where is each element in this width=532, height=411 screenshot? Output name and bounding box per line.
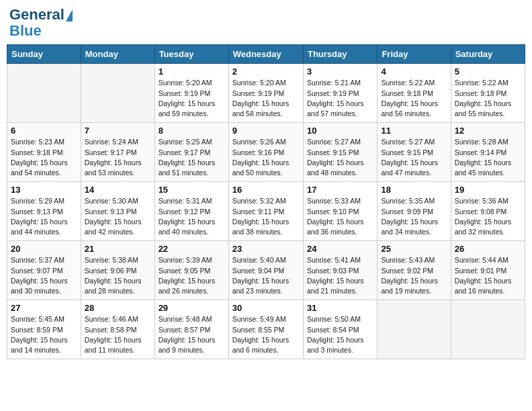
calendar-day-cell: 5Sunrise: 5:22 AMSunset: 9:18 PMDaylight… — [451, 64, 525, 123]
logo-blue-text: Blue — [9, 22, 42, 39]
logo-general-text: General — [9, 6, 64, 23]
day-number: 8 — [159, 126, 225, 136]
day-number: 26 — [455, 244, 521, 254]
calendar-day-cell — [7, 64, 81, 123]
day-number: 14 — [85, 185, 151, 195]
day-number: 4 — [381, 66, 447, 77]
day-detail: Sunrise: 5:48 AMSunset: 8:57 PMDaylight:… — [159, 314, 225, 355]
day-number: 20 — [11, 244, 77, 254]
calendar-week-row: 13Sunrise: 5:29 AMSunset: 9:13 PMDayligh… — [7, 182, 525, 241]
calendar-day-cell: 20Sunrise: 5:37 AMSunset: 9:07 PMDayligh… — [7, 241, 81, 300]
day-number: 2 — [232, 66, 300, 77]
day-number: 24 — [307, 244, 373, 254]
calendar-day-cell: 28Sunrise: 5:46 AMSunset: 8:58 PMDayligh… — [81, 300, 154, 359]
day-number: 6 — [11, 126, 77, 136]
day-detail: Sunrise: 5:33 AMSunset: 9:10 PMDaylight:… — [307, 196, 373, 237]
calendar-day-cell: 14Sunrise: 5:30 AMSunset: 9:13 PMDayligh… — [81, 182, 154, 241]
day-number: 22 — [159, 244, 225, 254]
calendar-day-cell: 29Sunrise: 5:48 AMSunset: 8:57 PMDayligh… — [154, 300, 228, 359]
day-number: 9 — [232, 126, 300, 136]
day-of-week-header: Friday — [378, 45, 451, 64]
calendar-day-cell: 27Sunrise: 5:45 AMSunset: 8:59 PMDayligh… — [7, 300, 81, 359]
calendar-day-cell: 13Sunrise: 5:29 AMSunset: 9:13 PMDayligh… — [7, 182, 81, 241]
calendar-day-cell: 23Sunrise: 5:40 AMSunset: 9:04 PMDayligh… — [228, 241, 303, 300]
day-detail: Sunrise: 5:20 AMSunset: 9:19 PMDaylight:… — [159, 78, 225, 119]
day-number: 16 — [232, 185, 300, 195]
calendar-day-cell: 10Sunrise: 5:27 AMSunset: 9:15 PMDayligh… — [303, 123, 377, 182]
calendar-day-cell: 11Sunrise: 5:27 AMSunset: 9:15 PMDayligh… — [378, 123, 451, 182]
day-detail: Sunrise: 5:27 AMSunset: 9:15 PMDaylight:… — [307, 137, 373, 178]
day-number: 3 — [307, 66, 373, 77]
calendar-week-row: 1Sunrise: 5:20 AMSunset: 9:19 PMDaylight… — [7, 64, 525, 123]
calendar-header-row: SundayMondayTuesdayWednesdayThursdayFrid… — [7, 45, 525, 64]
day-number: 23 — [232, 244, 300, 254]
day-number: 11 — [381, 126, 447, 136]
calendar-day-cell: 31Sunrise: 5:50 AMSunset: 8:54 PMDayligh… — [303, 300, 377, 359]
day-detail: Sunrise: 5:43 AMSunset: 9:02 PMDaylight:… — [381, 255, 447, 296]
day-detail: Sunrise: 5:27 AMSunset: 9:15 PMDaylight:… — [381, 137, 447, 178]
calendar-week-row: 27Sunrise: 5:45 AMSunset: 8:59 PMDayligh… — [7, 300, 525, 359]
day-detail: Sunrise: 5:22 AMSunset: 9:18 PMDaylight:… — [455, 78, 521, 119]
day-detail: Sunrise: 5:20 AMSunset: 9:19 PMDaylight:… — [232, 78, 300, 119]
day-detail: Sunrise: 5:50 AMSunset: 8:54 PMDaylight:… — [307, 314, 373, 355]
day-number: 12 — [455, 126, 521, 136]
day-number: 1 — [159, 66, 225, 77]
calendar-table: SundayMondayTuesdayWednesdayThursdayFrid… — [7, 44, 525, 359]
day-number: 30 — [232, 303, 300, 313]
day-of-week-header: Sunday — [7, 45, 81, 64]
day-detail: Sunrise: 5:26 AMSunset: 9:16 PMDaylight:… — [232, 137, 300, 178]
day-of-week-header: Saturday — [451, 45, 525, 64]
calendar-day-cell: 7Sunrise: 5:24 AMSunset: 9:17 PMDaylight… — [81, 123, 154, 182]
day-number: 28 — [85, 303, 151, 313]
calendar-week-row: 6Sunrise: 5:23 AMSunset: 9:18 PMDaylight… — [7, 123, 525, 182]
calendar-day-cell: 6Sunrise: 5:23 AMSunset: 9:18 PMDaylight… — [7, 123, 81, 182]
day-number: 7 — [85, 126, 151, 136]
day-detail: Sunrise: 5:30 AMSunset: 9:13 PMDaylight:… — [85, 196, 151, 237]
day-detail: Sunrise: 5:41 AMSunset: 9:03 PMDaylight:… — [307, 255, 373, 296]
day-detail: Sunrise: 5:32 AMSunset: 9:11 PMDaylight:… — [232, 196, 300, 237]
day-detail: Sunrise: 5:21 AMSunset: 9:19 PMDaylight:… — [307, 78, 373, 119]
calendar-day-cell — [451, 300, 525, 359]
calendar-day-cell: 17Sunrise: 5:33 AMSunset: 9:10 PMDayligh… — [303, 182, 377, 241]
day-detail: Sunrise: 5:29 AMSunset: 9:13 PMDaylight:… — [11, 196, 77, 237]
day-number: 18 — [381, 185, 447, 195]
calendar-day-cell: 26Sunrise: 5:44 AMSunset: 9:01 PMDayligh… — [451, 241, 525, 300]
logo: General Blue — [9, 7, 73, 39]
calendar-day-cell: 12Sunrise: 5:28 AMSunset: 9:14 PMDayligh… — [451, 123, 525, 182]
calendar-day-cell: 9Sunrise: 5:26 AMSunset: 9:16 PMDaylight… — [228, 123, 303, 182]
calendar-day-cell: 15Sunrise: 5:31 AMSunset: 9:12 PMDayligh… — [154, 182, 228, 241]
calendar-day-cell: 4Sunrise: 5:22 AMSunset: 9:18 PMDaylight… — [378, 64, 451, 123]
calendar-day-cell: 18Sunrise: 5:35 AMSunset: 9:09 PMDayligh… — [378, 182, 451, 241]
day-detail: Sunrise: 5:22 AMSunset: 9:18 PMDaylight:… — [381, 78, 447, 119]
calendar-day-cell: 8Sunrise: 5:25 AMSunset: 9:17 PMDaylight… — [154, 123, 228, 182]
calendar-day-cell: 24Sunrise: 5:41 AMSunset: 9:03 PMDayligh… — [303, 241, 377, 300]
calendar-day-cell — [81, 64, 154, 123]
day-number: 29 — [159, 303, 225, 313]
day-number: 5 — [455, 66, 521, 77]
day-detail: Sunrise: 5:24 AMSunset: 9:17 PMDaylight:… — [85, 137, 151, 178]
day-detail: Sunrise: 5:40 AMSunset: 9:04 PMDaylight:… — [232, 255, 300, 296]
calendar-day-cell: 1Sunrise: 5:20 AMSunset: 9:19 PMDaylight… — [154, 64, 228, 123]
day-number: 21 — [85, 244, 151, 254]
calendar-day-cell: 30Sunrise: 5:49 AMSunset: 8:55 PMDayligh… — [228, 300, 303, 359]
day-number: 17 — [307, 185, 373, 195]
day-detail: Sunrise: 5:39 AMSunset: 9:05 PMDaylight:… — [159, 255, 225, 296]
calendar-body: 1Sunrise: 5:20 AMSunset: 9:19 PMDaylight… — [7, 64, 525, 359]
calendar-day-cell: 19Sunrise: 5:36 AMSunset: 9:08 PMDayligh… — [451, 182, 525, 241]
day-detail: Sunrise: 5:28 AMSunset: 9:14 PMDaylight:… — [455, 137, 521, 178]
calendar-day-cell — [378, 300, 451, 359]
page-header: General Blue — [7, 7, 525, 39]
calendar-day-cell: 21Sunrise: 5:38 AMSunset: 9:06 PMDayligh… — [81, 241, 154, 300]
day-number: 19 — [455, 185, 521, 195]
day-detail: Sunrise: 5:44 AMSunset: 9:01 PMDaylight:… — [455, 255, 521, 296]
day-detail: Sunrise: 5:35 AMSunset: 9:09 PMDaylight:… — [381, 196, 447, 237]
day-detail: Sunrise: 5:36 AMSunset: 9:08 PMDaylight:… — [455, 196, 521, 237]
day-number: 25 — [381, 244, 447, 254]
day-of-week-header: Monday — [81, 45, 154, 64]
day-detail: Sunrise: 5:31 AMSunset: 9:12 PMDaylight:… — [159, 196, 225, 237]
day-detail: Sunrise: 5:46 AMSunset: 8:58 PMDaylight:… — [85, 314, 151, 355]
calendar-week-row: 20Sunrise: 5:37 AMSunset: 9:07 PMDayligh… — [7, 241, 525, 300]
calendar-day-cell: 2Sunrise: 5:20 AMSunset: 9:19 PMDaylight… — [228, 64, 303, 123]
calendar-day-cell: 22Sunrise: 5:39 AMSunset: 9:05 PMDayligh… — [154, 241, 228, 300]
day-number: 31 — [307, 303, 373, 313]
